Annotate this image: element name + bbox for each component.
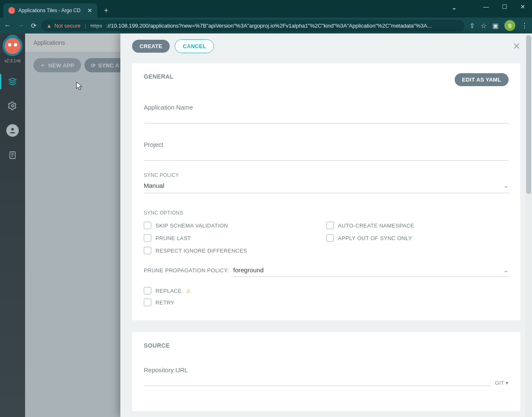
prune-propagation-row: PRUNE PROPAGATION POLICY: foreground ⌄	[144, 264, 509, 277]
version-label: v2.3.1+b	[5, 59, 21, 63]
svg-point-0	[11, 105, 14, 107]
bookmark-star-icon[interactable]: ☆	[481, 22, 486, 30]
create-application-panel: CREATE CANCEL ✕ GENERAL EDIT AS YAML App…	[120, 33, 532, 417]
warning-triangle-icon: ⚠	[186, 288, 191, 294]
window-minimize-icon[interactable]: —	[477, 0, 495, 13]
url-text: ://10.108.199.200/applications?new=%7B"a…	[106, 23, 432, 29]
chevron-down-icon: ⌄	[503, 182, 509, 189]
panel-toolbar: CREATE CANCEL ✕	[120, 33, 532, 59]
security-status: Not secure	[54, 23, 81, 29]
profile-avatar[interactable]: S	[504, 20, 515, 31]
sync-options-grid: SKIP SCHEMA VALIDATION AUTO-CREATE NAMES…	[144, 222, 509, 254]
repo-url-label: Repository URL	[144, 366, 491, 374]
panel-scrollbar[interactable]	[525, 33, 532, 417]
prune-propagation-select[interactable]: foreground ⌄	[233, 264, 509, 277]
replace-checkbox[interactable]: REPLACE ⚠	[144, 287, 191, 294]
address-bar[interactable]: ▲ Not secure | https://10.108.199.200/ap…	[41, 20, 464, 31]
browser-tab-strip: 🐙 Applications Tiles - Argo CD ✕ ＋ ⌄ — ☐…	[0, 0, 532, 18]
respect-ignore-diff-checkbox[interactable]: RESPECT IGNORE DIFFERENCES	[144, 247, 326, 254]
left-nav-rail: v2.3.1+b	[0, 33, 25, 417]
prune-propagation-label: PRUNE PROPAGATION POLICY:	[144, 267, 229, 274]
nav-user-icon[interactable]	[6, 124, 19, 137]
skip-schema-checkbox[interactable]: SKIP SCHEMA VALIDATION	[144, 222, 326, 229]
auto-create-namespace-checkbox[interactable]: AUTO-CREATE NAMESPACE	[326, 222, 509, 229]
source-section-title: SOURCE	[144, 342, 509, 349]
window-maximize-icon[interactable]: ☐	[495, 0, 514, 13]
nav-docs-icon[interactable]	[7, 149, 18, 161]
insecure-warning-icon: ▲	[46, 23, 52, 29]
apply-out-of-sync-checkbox[interactable]: APPLY OUT OF SYNC ONLY	[326, 234, 509, 242]
general-section-title: GENERAL	[144, 73, 173, 80]
retry-checkbox[interactable]: RETRY	[144, 299, 174, 306]
window-close-icon[interactable]: ✕	[514, 0, 532, 13]
cancel-button[interactable]: CANCEL	[175, 39, 214, 53]
prune-propagation-value: foreground	[233, 266, 264, 274]
svg-point-1	[11, 128, 14, 130]
svg-rect-2	[10, 152, 15, 159]
sync-policy-select[interactable]: Manual ⌄	[144, 178, 509, 193]
tab-search-chevron-icon[interactable]: ⌄	[451, 3, 457, 11]
create-button[interactable]: CREATE	[132, 40, 170, 53]
general-section-card: GENERAL EDIT AS YAML Application Name Pr…	[132, 63, 520, 320]
new-tab-button[interactable]: ＋	[97, 5, 115, 18]
chevron-down-icon: ⌄	[503, 266, 509, 274]
kebab-menu-icon[interactable]: ⋮	[521, 22, 528, 30]
prune-last-checkbox[interactable]: PRUNE LAST	[144, 234, 326, 242]
source-type-select[interactable]: GIT ▾	[495, 380, 509, 386]
application-name-field[interactable]: Application Name	[144, 104, 509, 123]
scrollbar-thumb[interactable]	[526, 35, 531, 194]
edit-as-yaml-button[interactable]: EDIT AS YAML	[455, 73, 509, 86]
application-name-input[interactable]	[144, 111, 509, 123]
nav-settings-gear-icon[interactable]	[7, 100, 18, 112]
nav-forward-icon: →	[18, 22, 24, 30]
browser-tab[interactable]: 🐙 Applications Tiles - Argo CD ✕	[3, 3, 97, 18]
nav-reload-icon[interactable]: ⟳	[31, 22, 36, 30]
caret-down-icon: ▾	[506, 380, 509, 386]
application-name-label: Application Name	[144, 104, 509, 111]
nav-back-icon[interactable]: ←	[4, 22, 11, 30]
source-section-card: SOURCE Repository URL GIT ▾	[132, 332, 520, 411]
tab-favicon: 🐙	[8, 7, 15, 14]
panel-close-icon[interactable]: ✕	[513, 41, 520, 52]
tab-title: Applications Tiles - Argo CD	[18, 8, 81, 13]
share-icon[interactable]: ⇪	[469, 22, 475, 30]
argo-logo[interactable]	[3, 36, 23, 56]
window-controls: — ☐ ✕	[477, 0, 532, 13]
url-scheme: https	[90, 23, 102, 29]
side-panel-icon[interactable]: ▣	[492, 22, 499, 30]
project-input[interactable]	[144, 148, 509, 161]
sync-policy-value: Manual	[144, 182, 164, 189]
browser-toolbar: ← → ⟳ ▲ Not secure | https://10.108.199.…	[0, 18, 532, 33]
sync-policy-label: SYNC POLICY	[144, 172, 509, 178]
app-root: v2.3.1+b Applications ＋ NEW APP ⟳ SYNC A	[0, 33, 532, 417]
sync-options-label: SYNC OPTIONS	[144, 210, 509, 216]
project-label: Project	[144, 141, 509, 148]
nav-applications-icon[interactable]	[7, 76, 18, 87]
project-field[interactable]: Project	[144, 141, 509, 161]
tab-close-icon[interactable]: ✕	[87, 7, 92, 14]
repo-url-input[interactable]	[144, 374, 491, 386]
